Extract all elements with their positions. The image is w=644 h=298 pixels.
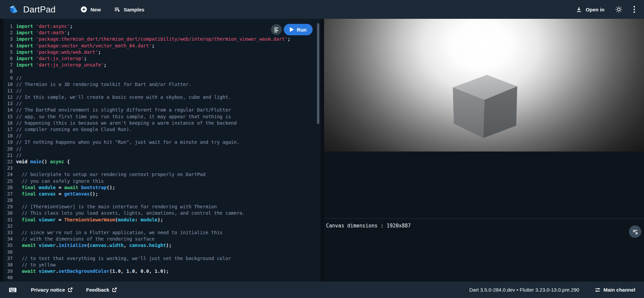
code-line[interactable]: 8 (3, 68, 321, 75)
line-number: 15 (3, 114, 13, 120)
console-output: Canvas dimensions : 644x298 (326, 223, 411, 229)
playlist-add-icon (114, 6, 120, 13)
code-line[interactable]: 17// compiler running on Google Cloud Ru… (3, 126, 321, 133)
line-number: 28 (3, 197, 13, 204)
code-line[interactable]: 11// (3, 88, 321, 94)
new-button[interactable]: New (80, 6, 101, 13)
channel-label: Main channel (603, 287, 635, 293)
code-line[interactable]: 9// (3, 75, 321, 81)
code-line[interactable]: 30 // This class lets you load assets, l… (3, 210, 321, 216)
overflow-menu-button[interactable] (633, 6, 635, 13)
open-in-button[interactable]: Open in (576, 6, 604, 13)
code-line[interactable]: 24 // boilerplate to setup our rendering… (3, 171, 321, 178)
code-line[interactable]: 23 (3, 165, 321, 171)
code-line[interactable]: 13// (3, 100, 321, 107)
line-number: 34 (3, 236, 13, 242)
code-text: void main() async { (16, 159, 70, 165)
code-line[interactable]: 32 (3, 223, 321, 229)
code-text: import 'dart:math'; (16, 30, 70, 36)
line-number: 4 (3, 43, 13, 49)
code-text: import 'dart:js_interop'; (16, 55, 87, 62)
code-line[interactable]: 25 // you can safely ignore this (3, 178, 321, 184)
open-in-label: Open in (586, 7, 604, 12)
code-line[interactable]: 34 // with the dimensions of the renderi… (3, 236, 321, 242)
line-number: 7 (3, 62, 13, 68)
line-number: 5 (3, 49, 13, 55)
line-number: 17 (3, 126, 13, 133)
keyboard-shortcuts-button[interactable] (9, 287, 17, 293)
code-line[interactable]: 3import 'package:thermion_dart/thermion_… (3, 36, 321, 42)
samples-button[interactable]: Samples (114, 6, 145, 13)
code-line[interactable]: 21// (3, 152, 321, 159)
format-icon (274, 27, 279, 32)
clear-console-icon (632, 228, 638, 235)
code-line[interactable]: 12// In this sample, we'll create a basi… (3, 94, 321, 100)
code-line[interactable]: 39 await viewer.setBackgroundColor(1.0, … (3, 268, 321, 274)
privacy-notice-label: Privacy notice (31, 287, 65, 293)
code-line[interactable]: 38 // to yellow (3, 262, 321, 268)
run-button[interactable]: Run (284, 24, 313, 35)
code-line[interactable]: 20// (3, 146, 321, 152)
code-text: // you can safely ignore this (16, 178, 104, 184)
code-editor[interactable]: 1import 'dart:async';2import 'dart:math'… (3, 19, 321, 282)
code-text: await viewer.initialize(canvas.width, ca… (16, 242, 172, 249)
line-number: 8 (3, 68, 13, 75)
code-text: // Thermion is a 3D rendering toolkit fo… (16, 81, 192, 88)
channel-selector[interactable]: Main channel (595, 287, 635, 293)
code-text: // (16, 152, 22, 159)
code-line[interactable]: 31 final viewer = ThermionViewerWasm(mod… (3, 217, 321, 223)
code-line[interactable]: 5import 'package:web/web.dart'; (3, 49, 321, 55)
code-text: // since we're not in a Flutter applicat… (16, 229, 222, 236)
code-text: // If nothing happens when you hit "Run"… (16, 139, 239, 145)
theme-toggle-button[interactable] (615, 6, 623, 13)
privacy-notice-link[interactable]: Privacy notice (31, 287, 73, 293)
code-line[interactable]: 26 final module = await bootstrap(); (3, 184, 321, 191)
line-number: 37 (3, 255, 13, 262)
cube-3d (324, 19, 644, 152)
code-line[interactable]: 28 (3, 197, 321, 204)
line-number: 26 (3, 184, 13, 191)
open-in-new-icon (68, 287, 73, 292)
line-number: 27 (3, 191, 13, 197)
editor-scrollbar[interactable] (317, 23, 319, 124)
code-line[interactable]: 6import 'dart:js_interop'; (3, 55, 321, 62)
code-line[interactable]: 37 // to test that everything is working… (3, 255, 321, 262)
line-number: 29 (3, 204, 13, 210)
code-line[interactable]: 36 (3, 249, 321, 255)
code-line[interactable]: 7import 'dart:js_interop_unsafe'; (3, 62, 321, 68)
code-line[interactable]: 19// If nothing happens when you hit "Ru… (3, 139, 321, 145)
code-line[interactable]: 14// The DartPad environment is slightly… (3, 107, 321, 113)
line-number: 3 (3, 36, 13, 42)
line-number: 9 (3, 75, 13, 81)
code-text: // (16, 146, 22, 152)
code-line[interactable]: 4import 'package:vector_math/vector_math… (3, 43, 321, 49)
code-text: // This class lets you load assets, ligh… (16, 210, 245, 216)
tune-icon (595, 287, 601, 293)
clear-console-button[interactable] (629, 225, 641, 238)
code-line[interactable]: 40 (3, 274, 321, 281)
code-line[interactable]: 35 await viewer.initialize(canvas.width,… (3, 242, 321, 249)
open-in-new-icon (112, 287, 117, 292)
brightness-icon (615, 6, 623, 13)
line-number: 13 (3, 100, 13, 107)
code-line[interactable]: 10// Thermion is a 3D rendering toolkit … (3, 81, 321, 88)
code-line[interactable]: 27 final canvas = getCanvas(); (3, 191, 321, 197)
code-text: final viewer = ThermionViewerWasm(module… (16, 217, 163, 223)
download-icon (576, 6, 582, 13)
line-number: 33 (3, 229, 13, 236)
code-line[interactable]: 16// happening (this is because we aren'… (3, 120, 321, 126)
code-line[interactable]: 33 // since we're not in a Flutter appli… (3, 229, 321, 236)
code-lines: 1import 'dart:async';2import 'dart:math'… (3, 19, 321, 281)
code-line[interactable]: 15// app, so the first time you run this… (3, 114, 321, 120)
line-number: 38 (3, 262, 13, 268)
code-text: import 'package:vector_math/vector_math_… (16, 43, 155, 49)
brand: DartPad (9, 4, 56, 15)
keyboard-icon (9, 287, 17, 293)
format-button[interactable] (271, 24, 282, 35)
code-line[interactable]: 22void main() async { (3, 159, 321, 165)
code-line[interactable]: 29 // [ThermionViewer] is the main inter… (3, 204, 321, 210)
line-number: 6 (3, 55, 13, 62)
code-line[interactable]: 18// (3, 133, 321, 139)
line-number: 2 (3, 30, 13, 36)
feedback-link[interactable]: Feedback (86, 287, 117, 293)
